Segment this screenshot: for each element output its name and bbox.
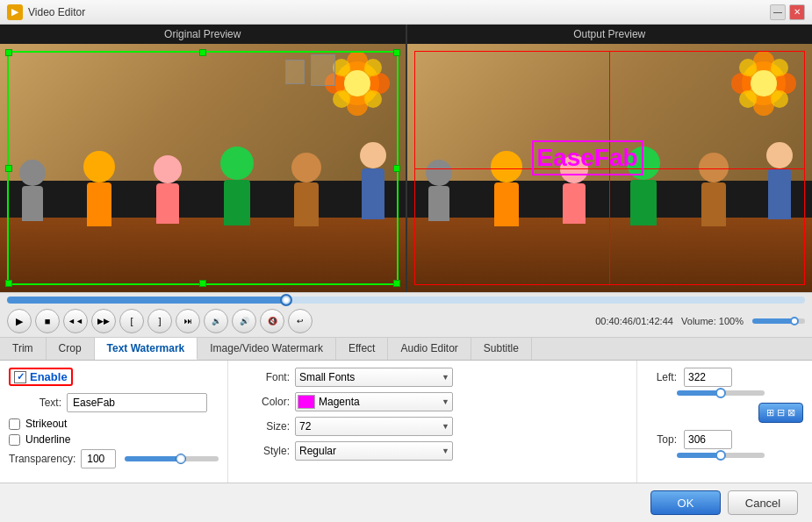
tab-crop[interactable]: Crop <box>47 338 95 360</box>
undo-button[interactable]: ↩ <box>288 309 313 333</box>
color-row: Color: Magenta Red Blue ▼ <box>237 392 628 411</box>
size-dropdown[interactable]: 72 48 36 <box>295 417 453 436</box>
cancel-button[interactable]: Cancel <box>728 490 798 515</box>
tab-image-video-watermark[interactable]: Image/Video Watermark <box>198 338 336 360</box>
strikeout-checkbox[interactable] <box>9 418 20 430</box>
play-button[interactable]: ▶ <box>7 309 32 333</box>
tab-audio-editor[interactable]: Audio Editor <box>388 338 471 360</box>
font-label: Font: <box>237 371 290 383</box>
seekbar-thumb[interactable] <box>280 294 292 306</box>
top-pos-thumb <box>715 450 726 461</box>
output-video: EaseFab <box>407 44 813 292</box>
window-controls: — ✕ <box>770 4 805 20</box>
style-label: Style: <box>237 445 290 457</box>
mark-in-button[interactable]: [ <box>119 309 144 333</box>
output-scene: EaseFab <box>407 44 813 292</box>
minimize-button[interactable]: — <box>770 4 786 20</box>
output-preview-panel: Output Preview <box>407 25 813 292</box>
transparency-thumb <box>176 454 186 464</box>
close-button[interactable]: ✕ <box>789 4 805 20</box>
font-dropdown[interactable]: Small Fonts Arial Times New Roman <box>295 368 453 387</box>
size-dropdown-wrap: 72 48 36 ▼ <box>295 417 453 436</box>
transport-bar: ▶ ■ ◄◄ ▶▶ [ ] ⏭ 🔉 🔊 🔇 ↩ 00:40:46/01:42:4… <box>0 305 812 338</box>
enable-row: Enable <box>9 368 219 386</box>
original-preview-label: Original Preview <box>0 25 406 44</box>
enable-checkbox-wrap[interactable]: Enable <box>9 368 73 386</box>
original-preview-panel: Original Preview <box>0 25 406 292</box>
tabs-bar: Trim Crop Text Watermark Image/Video Wat… <box>0 338 812 361</box>
color-dropdown-wrap: Magenta Red Blue ▼ <box>295 392 453 411</box>
transparency-row: Transparency: <box>9 449 219 468</box>
strikeout-label: Strikeout <box>25 418 67 430</box>
top-pos-input[interactable] <box>684 430 732 449</box>
top-pos-row: Top: <box>646 430 803 449</box>
app-title: Video Editor <box>28 6 770 18</box>
next-frame-button[interactable]: ⏭ <box>176 309 200 333</box>
size-label: Size: <box>237 420 290 433</box>
panel-row: Enable Text: Strikeout Underline <box>0 361 812 483</box>
top-pos-label: Top: <box>646 433 677 446</box>
rewind-button[interactable]: ◄◄ <box>63 309 88 333</box>
transparency-slider[interactable] <box>125 456 219 461</box>
size-row: Size: 72 48 36 ▼ <box>237 417 628 436</box>
time-display: 00:40:46/01:42:44 Volume: 100% <box>595 316 744 326</box>
seekbar-track[interactable] <box>7 297 805 304</box>
left-form: Enable Text: Strikeout Underline <box>0 361 228 483</box>
watermark-text-display: EaseFab <box>532 140 643 175</box>
position-preset-button[interactable]: ⊞ ⊟ ⊠ <box>758 403 803 423</box>
watermark-overlay: EaseFab <box>414 51 806 285</box>
preview-area: Original Preview <box>0 25 812 292</box>
font-dropdown-wrap: Small Fonts Arial Times New Roman ▼ <box>295 368 453 387</box>
text-input[interactable] <box>67 393 207 412</box>
color-dropdown[interactable]: Magenta Red Blue <box>295 392 453 411</box>
tab-subtitle[interactable]: Subtitle <box>471 338 532 360</box>
transparency-label: Transparency: <box>9 453 75 465</box>
style-dropdown[interactable]: Regular Bold Italic <box>295 441 453 461</box>
svg-point-6 <box>364 59 382 76</box>
title-bar: ▶ Video Editor — ✕ <box>0 0 812 25</box>
volume-slider[interactable] <box>752 318 805 324</box>
tab-text-watermark[interactable]: Text Watermark <box>95 338 198 360</box>
forward-button[interactable]: ▶▶ <box>91 309 116 333</box>
top-pos-slider[interactable] <box>677 453 765 458</box>
original-scene <box>0 44 406 292</box>
bottom-bar: OK Cancel <box>0 483 812 522</box>
middle-form: Font: Small Fonts Arial Times New Roman … <box>228 361 636 483</box>
position-preset-icon: ⊞ ⊟ ⊠ <box>766 407 795 418</box>
font-row: Font: Small Fonts Arial Times New Roman … <box>237 368 628 387</box>
vol-down-button[interactable]: 🔉 <box>204 309 228 333</box>
ok-button[interactable]: OK <box>650 490 721 515</box>
right-form: Left: ⊞ ⊟ ⊠ Top: <box>636 361 812 483</box>
vol-mute-button[interactable]: 🔇 <box>260 309 284 333</box>
left-pos-row: Left: <box>646 368 803 387</box>
app-window: ▶ Video Editor — ✕ Original Preview <box>0 0 812 522</box>
left-pos-label: Left: <box>646 371 677 383</box>
left-pos-slider[interactable] <box>677 390 765 396</box>
style-row: Style: Regular Bold Italic ▼ <box>237 441 628 461</box>
left-pos-input[interactable] <box>684 368 732 387</box>
left-pos-thumb <box>715 388 726 398</box>
tab-effect[interactable]: Effect <box>336 338 388 360</box>
enable-label: Enable <box>30 370 68 383</box>
underline-checkbox[interactable] <box>9 434 20 446</box>
strikeout-row: Strikeout <box>9 418 219 430</box>
enable-checkbox[interactable] <box>14 371 26 383</box>
muppet-group-orig <box>0 94 406 231</box>
original-video <box>0 44 406 292</box>
transparency-input[interactable] <box>81 449 116 468</box>
text-row: Text: <box>9 393 219 412</box>
style-dropdown-wrap: Regular Bold Italic ▼ <box>295 441 453 461</box>
text-label: Text: <box>9 397 61 409</box>
svg-point-5 <box>333 59 350 76</box>
tab-trim[interactable]: Trim <box>0 338 47 360</box>
output-preview-label: Output Preview <box>407 25 813 44</box>
color-label: Color: <box>237 396 290 408</box>
stop-button[interactable]: ■ <box>35 309 60 333</box>
svg-point-9 <box>344 70 370 97</box>
app-logo: ▶ <box>7 4 23 20</box>
seekbar-area <box>0 292 812 305</box>
underline-label: Underline <box>25 433 70 446</box>
mark-out-button[interactable]: ] <box>147 309 172 333</box>
vol-up-button[interactable]: 🔊 <box>232 309 256 333</box>
underline-row: Underline <box>9 433 219 446</box>
